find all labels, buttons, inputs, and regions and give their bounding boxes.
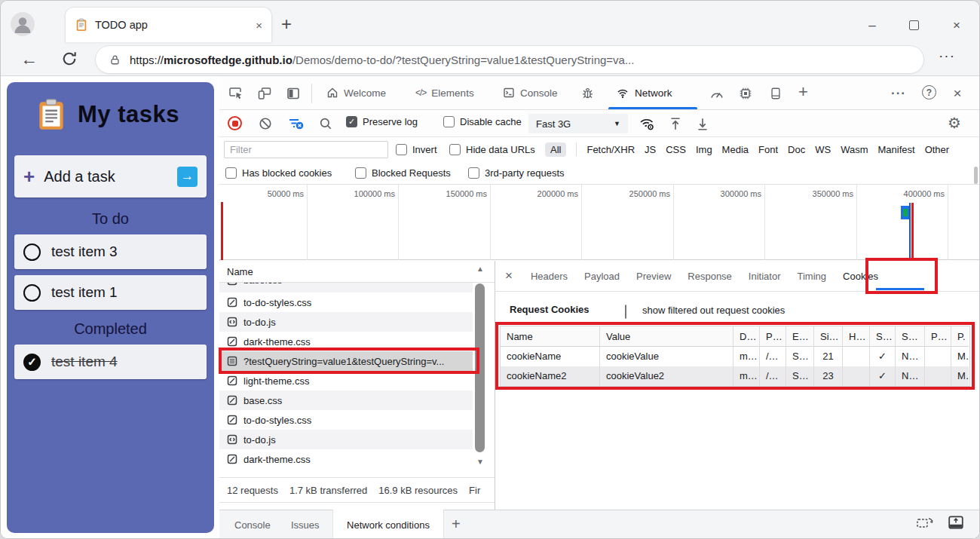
filter-type[interactable]: Other <box>925 144 950 155</box>
refresh-button[interactable] <box>61 51 78 67</box>
network-conditions-button[interactable] <box>639 115 655 132</box>
request-row[interactable]: to-do.js <box>219 312 473 332</box>
request-row[interactable]: to-do.js <box>219 430 473 449</box>
tab-initiator[interactable]: Initiator <box>749 271 781 282</box>
request-row[interactable]: to-do-styles.css <box>219 410 473 430</box>
tab-elements[interactable]: </> Elements <box>412 76 477 109</box>
window-minimize-button[interactable]: – <box>862 16 883 35</box>
hide-data-urls-checkbox[interactable]: Hide data URLs <box>449 144 535 155</box>
filter-type[interactable]: CSS <box>666 144 686 155</box>
checkbox-unchecked-icon[interactable] <box>443 116 455 127</box>
tab-headers[interactable]: Headers <box>531 271 568 282</box>
network-settings-gear-icon[interactable]: ⚙ <box>948 115 961 131</box>
checkbox-unchecked-icon[interactable] <box>396 144 407 155</box>
profile-avatar[interactable] <box>11 12 35 36</box>
filter-type[interactable]: WS <box>815 144 831 155</box>
browser-menu-button[interactable]: ··· <box>939 47 955 64</box>
clear-network-log-button[interactable] <box>257 115 274 132</box>
scroll-down-icon[interactable]: ▼ <box>476 458 485 466</box>
tab-timing[interactable]: Timing <box>798 271 827 282</box>
network-filter-input[interactable] <box>224 141 388 158</box>
filter-type[interactable]: Img <box>696 144 712 155</box>
filter-type-all[interactable]: All <box>545 142 566 157</box>
tab-response[interactable]: Response <box>688 271 732 282</box>
task-checkbox[interactable] <box>23 284 41 302</box>
request-row[interactable]: base.css <box>219 390 473 410</box>
back-button[interactable]: ← <box>20 47 38 70</box>
checkbox-unchecked-icon[interactable] <box>449 144 461 155</box>
show-filtered-cookies-checkbox[interactable] <box>625 305 626 319</box>
tab-preview[interactable]: Preview <box>636 271 671 282</box>
checkbox-unchecked-icon[interactable] <box>225 167 237 179</box>
disable-cache-checkbox[interactable]: Disable cache <box>443 116 522 127</box>
window-maximize-button[interactable] <box>909 20 919 30</box>
browser-tab[interactable]: TODO app × <box>65 7 272 42</box>
checkbox-checked-icon[interactable]: ✓ <box>346 116 357 127</box>
filter-type[interactable]: JS <box>645 144 656 155</box>
filter-type[interactable]: Wasm <box>841 144 868 155</box>
filter-type[interactable]: Font <box>758 144 778 155</box>
application-button[interactable] <box>767 84 785 103</box>
add-task-field[interactable]: + Add a task → <box>14 155 207 198</box>
request-row[interactable]: to-do-styles.css <box>219 292 473 312</box>
filter-type[interactable]: Doc <box>788 144 805 155</box>
request-row[interactable]: base.css <box>219 283 473 292</box>
filter-type[interactable]: Fetch/XHR <box>586 144 635 155</box>
scrollbar-thumb[interactable] <box>974 167 978 184</box>
drawer-tab-issues[interactable]: Issues <box>283 510 327 539</box>
task-checkbox[interactable] <box>23 243 41 261</box>
has-blocked-cookies-checkbox[interactable]: Has blocked cookies <box>225 167 332 179</box>
add-task-submit-button[interactable]: → <box>177 167 198 187</box>
performance-button[interactable] <box>708 84 726 103</box>
filter-type[interactable]: Media <box>722 144 749 155</box>
tab-payload[interactable]: Payload <box>584 271 620 282</box>
drawer-tab-console[interactable]: Console <box>227 510 278 539</box>
checkbox-unchecked-icon[interactable] <box>468 167 479 179</box>
help-button[interactable]: ? <box>922 85 936 100</box>
network-search-button[interactable] <box>317 115 334 132</box>
request-list-name-header[interactable]: Name <box>219 261 495 283</box>
blocked-requests-checkbox[interactable]: Blocked Requests <box>355 167 451 179</box>
tab-welcome[interactable]: Welcome <box>323 76 389 109</box>
drawer-tab-network-conditions[interactable]: Network conditions <box>332 510 444 539</box>
window-close-button[interactable]: × <box>946 16 967 35</box>
filter-toggle-button[interactable] <box>287 115 304 132</box>
completed-item[interactable]: ✓ test item 4 <box>14 345 207 379</box>
checkbox-unchecked-icon[interactable] <box>355 167 366 179</box>
throttling-select[interactable]: Fast 3G ▼ <box>528 114 628 133</box>
tab-network[interactable]: Network <box>613 76 675 109</box>
record-network-log-button[interactable] <box>228 116 242 130</box>
devtools-close-button[interactable]: × <box>948 84 967 103</box>
address-bar[interactable]: https://microsoftedge.github.io/Demos/de… <box>95 45 924 74</box>
scroll-up-icon[interactable]: ▲ <box>476 265 485 273</box>
todo-item[interactable]: test item 3 <box>14 234 207 269</box>
more-tabs-button[interactable]: + <box>798 82 808 102</box>
device-emulation-button[interactable] <box>256 84 274 103</box>
todo-item[interactable]: test item 1 <box>14 275 207 310</box>
drawer-icon <box>769 86 782 101</box>
task-label: test item 1 <box>51 284 118 301</box>
invert-checkbox[interactable]: Invert <box>396 144 437 155</box>
close-detail-icon[interactable]: × <box>505 268 513 283</box>
tab-console[interactable]: Console <box>500 76 561 109</box>
expand-quick-view-button[interactable] <box>948 515 964 530</box>
new-tab-button[interactable]: + <box>281 13 292 35</box>
export-har-button[interactable] <box>694 115 711 132</box>
tab-close-button[interactable]: × <box>256 19 262 32</box>
screencast-rotate-button[interactable] <box>916 515 934 530</box>
devtools-menu-button[interactable]: ··· <box>889 84 908 103</box>
filter-type[interactable]: Manifest <box>877 144 914 155</box>
preserve-log-checkbox[interactable]: ✓ Preserve log <box>346 116 418 127</box>
resource-type-filters: All Fetch/XHR JS CSS Img Media Font Doc … <box>545 137 949 161</box>
request-row[interactable]: dark-theme.css <box>219 449 473 469</box>
memory-button[interactable] <box>737 84 755 103</box>
drawer-add-tab-button[interactable]: + <box>452 516 461 533</box>
import-har-button[interactable] <box>667 115 684 132</box>
todo-section-header: To do <box>14 210 207 228</box>
inspect-element-button[interactable] <box>227 84 245 103</box>
focus-mode-button[interactable] <box>284 84 302 103</box>
task-checkbox-checked[interactable]: ✓ <box>23 354 41 371</box>
checkbox-unchecked-icon[interactable] <box>625 305 626 319</box>
debugger-button[interactable] <box>578 84 596 102</box>
third-party-requests-checkbox[interactable]: 3rd-party requests <box>468 167 565 179</box>
